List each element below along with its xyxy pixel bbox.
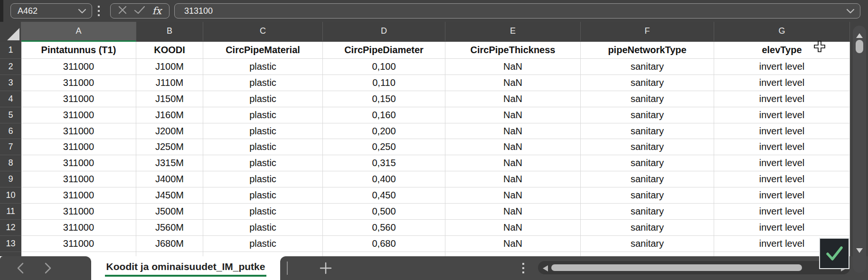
row-header[interactable]: 2 (0, 59, 21, 75)
cell[interactable]: NaN (445, 75, 581, 91)
cell[interactable]: 311000 (21, 139, 136, 155)
cell[interactable]: 311000 (21, 204, 136, 220)
column-header-e[interactable]: E (445, 22, 581, 42)
cell[interactable]: 0,200 (323, 123, 445, 140)
cell[interactable]: plastic (203, 139, 323, 155)
cell[interactable]: sanitary (581, 155, 714, 171)
cell[interactable]: J680M (136, 236, 203, 252)
cell[interactable]: 311000 (21, 123, 136, 140)
row-header[interactable]: 7 (0, 139, 21, 155)
cell[interactable]: plastic (203, 155, 323, 171)
cell[interactable]: J400M (136, 171, 203, 187)
column-header-c[interactable]: C (203, 22, 323, 42)
cell[interactable]: 0,680 (323, 236, 445, 252)
cell[interactable]: NaN (445, 155, 581, 171)
field-header-cell[interactable]: CircPipeDiameter (323, 42, 445, 59)
cell[interactable]: J560M (136, 220, 203, 236)
cell[interactable]: 0,100 (323, 59, 445, 75)
cell[interactable]: sanitary (581, 220, 714, 236)
column-header-g[interactable]: G (714, 22, 850, 42)
cell[interactable]: 0,315 (323, 155, 445, 171)
cell[interactable]: plastic (203, 75, 323, 91)
cell[interactable]: sanitary (581, 59, 714, 75)
cell[interactable]: NaN (445, 91, 581, 107)
field-header-cell[interactable]: pipeNetworkType (581, 42, 714, 59)
cell[interactable]: 0,560 (323, 220, 445, 236)
cell[interactable]: 311000 (21, 59, 136, 75)
cell[interactable]: 311000 (21, 187, 136, 204)
cell[interactable]: plastic (203, 59, 323, 75)
horizontal-scrollbar[interactable] (538, 261, 850, 274)
cell[interactable]: invert level (714, 171, 850, 187)
previous-sheet-icon[interactable] (17, 262, 24, 276)
cell[interactable]: NaN (445, 59, 581, 75)
cell[interactable]: J160M (136, 107, 203, 123)
sheet-bar-drag-handle-icon[interactable] (522, 256, 524, 280)
cell[interactable]: plastic (203, 91, 323, 107)
cell[interactable]: sanitary (581, 204, 714, 220)
row-header[interactable]: 5 (0, 107, 21, 123)
cell[interactable]: 0,110 (323, 75, 445, 91)
cell[interactable]: NaN (445, 204, 581, 220)
cell[interactable]: invert level (714, 123, 850, 140)
cell[interactable]: invert level (714, 107, 850, 123)
cell[interactable]: plastic (203, 204, 323, 220)
chevron-down-icon[interactable] (78, 7, 86, 15)
cell[interactable]: sanitary (581, 123, 714, 140)
cell[interactable]: sanitary (581, 107, 714, 123)
field-header-cell[interactable]: CircPipeMaterial (203, 42, 323, 59)
cell[interactable]: invert level (714, 155, 850, 171)
field-header-cell[interactable]: Pintatunnus (T1) (21, 42, 136, 59)
expand-formula-bar-icon[interactable] (847, 7, 854, 15)
cell[interactable]: plastic (203, 107, 323, 123)
confirm-icon[interactable] (134, 6, 145, 16)
cell[interactable]: sanitary (581, 139, 714, 155)
done-button[interactable] (819, 238, 849, 269)
select-all-button[interactable] (0, 22, 21, 42)
row-header[interactable]: 6 (0, 123, 21, 140)
scroll-left-icon[interactable] (543, 265, 548, 273)
row-header[interactable]: 13 (0, 236, 21, 252)
cell[interactable]: 0,160 (323, 107, 445, 123)
column-header-b[interactable]: B (136, 22, 203, 42)
row-header[interactable]: 3 (0, 75, 21, 91)
active-sheet-tab[interactable]: Koodit ja ominaisuudet_IM_putke (91, 256, 280, 280)
row-header[interactable]: 9 (0, 171, 21, 187)
cell[interactable]: invert level (714, 59, 850, 75)
column-header-d[interactable]: D (323, 22, 445, 42)
cell[interactable]: NaN (445, 123, 581, 140)
cell[interactable]: NaN (445, 220, 581, 236)
cell[interactable]: 311000 (21, 75, 136, 91)
cell[interactable]: J315M (136, 155, 203, 171)
cell[interactable]: invert level (714, 139, 850, 155)
cell[interactable]: sanitary (581, 75, 714, 91)
field-header-cell[interactable]: CircPipeThickness (445, 42, 581, 59)
field-header-cell[interactable]: elevType (714, 42, 850, 59)
cell[interactable]: J250M (136, 139, 203, 155)
vertical-scrollbar-thumb[interactable] (856, 40, 863, 53)
cell[interactable]: plastic (203, 171, 323, 187)
cell[interactable]: invert level (714, 220, 850, 236)
cell[interactable]: 311000 (21, 220, 136, 236)
cell[interactable]: sanitary (581, 171, 714, 187)
next-sheet-icon[interactable] (45, 262, 51, 276)
cell[interactable]: plastic (203, 236, 323, 252)
cell[interactable]: plastic (203, 220, 323, 236)
cell[interactable]: 0,400 (323, 171, 445, 187)
row-header[interactable]: 4 (0, 91, 21, 107)
cell[interactable]: NaN (445, 187, 581, 204)
cell[interactable]: plastic (203, 187, 323, 204)
cell[interactable]: 311000 (21, 107, 136, 123)
cell[interactable]: J500M (136, 204, 203, 220)
cell[interactable]: J200M (136, 123, 203, 140)
cell[interactable]: NaN (445, 139, 581, 155)
cell[interactable]: 0,250 (323, 139, 445, 155)
cell[interactable]: 0,150 (323, 91, 445, 107)
field-header-cell[interactable]: KOODI (136, 42, 203, 59)
cancel-icon[interactable] (118, 6, 127, 16)
horizontal-scrollbar-thumb[interactable] (551, 264, 802, 271)
cell[interactable]: 311000 (21, 91, 136, 107)
cell[interactable]: 0,500 (323, 204, 445, 220)
cell[interactable]: 311000 (21, 155, 136, 171)
cell[interactable]: 0,450 (323, 187, 445, 204)
